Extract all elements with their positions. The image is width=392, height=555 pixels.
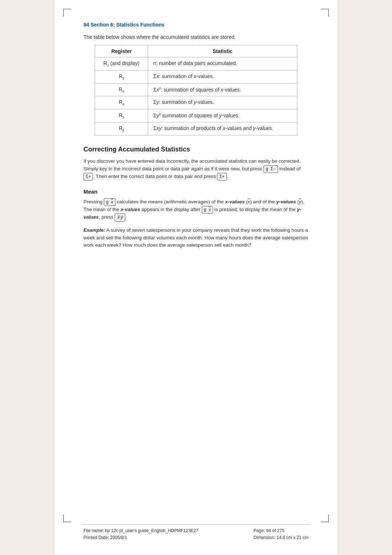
page-footer: File name: hp 12c pt_user's guide_Englis… [83, 524, 309, 541]
register-cell: R6 [95, 122, 148, 135]
key-sigma-plus: Σ+ [83, 173, 93, 181]
example-label: Example: [83, 227, 105, 233]
footer-filename: File name: hp 12c pt_user's guide_Englis… [83, 527, 198, 534]
register-cell: R2 [95, 70, 148, 83]
statistic-cell: Σxy: summation of products of x-values a… [148, 122, 297, 135]
statistic-cell: Σx: summation of x-values. [148, 70, 297, 83]
example-paragraph: Example: A survey of seven salespersons … [83, 227, 309, 250]
key-g-sigma-minus: g Σ− [264, 165, 278, 173]
table-row: R4 Σy: summation of y-values. [95, 96, 297, 109]
page: 94 Section 6: Statistics Functions The t… [54, 0, 338, 555]
col-register: Register [95, 45, 148, 57]
key-sigma-plus-2: Σ+ [217, 173, 226, 181]
corner-mark-tl [63, 9, 71, 17]
section-heading: 94 Section 6: Statistics Functions [83, 22, 309, 28]
key-xhaty: x̂·ŷ [115, 214, 125, 221]
register-cell: R4 [95, 96, 148, 109]
mean-title: Mean [83, 189, 309, 195]
footer-printed-date: Printed Date: 2005/8/1 [83, 534, 198, 541]
table-row: R6 Σxy: summation of products of x-value… [95, 122, 297, 135]
register-cell: R5 [95, 109, 148, 122]
mean-paragraph: Pressing g x calculates the means (arith… [83, 198, 309, 222]
corner-mark-br [321, 514, 329, 522]
key-g-xbar-2: g x [202, 206, 213, 214]
register-cell: R3 [95, 83, 148, 96]
footer-dimension: Dimension: 14.8 cm x 21 cm [254, 534, 309, 541]
statistics-table: Register Statistic R1 (and display) n: n… [95, 45, 297, 135]
statistic-cell: Σy2 summation of squares of y-values. [148, 109, 297, 122]
register-cell: R1 (and display) [95, 57, 148, 70]
table-row: R1 (and display) n: number of data pairs… [95, 57, 297, 70]
footer-page: Page: 94 of 275 [254, 527, 309, 534]
intro-text: The table below shows where the accumula… [83, 34, 309, 40]
statistic-cell: Σx2: summation of squares of x-values. [148, 83, 297, 96]
footer-left: File name: hp 12c pt_user's guide_Englis… [83, 527, 198, 541]
correcting-title: Correcting Accumulated Statistics [83, 146, 309, 153]
col-statistic: Statistic [148, 45, 297, 57]
footer-right: Page: 94 of 275 Dimension: 14.8 cm x 21 … [254, 527, 309, 541]
statistic-cell: Σy: summation of y-values. [148, 96, 297, 109]
key-g-xbar: g x [104, 198, 115, 206]
table-row: R5 Σy2 summation of squares of y-values. [95, 109, 297, 122]
corner-mark-bl [63, 514, 71, 522]
table-row: R3 Σx2: summation of squares of x-values… [95, 83, 297, 96]
table-row: R2 Σx: summation of x-values. [95, 70, 297, 83]
corner-mark-tr [321, 9, 329, 17]
statistic-cell: n: number of data pairs accumulated. [148, 57, 297, 70]
correcting-paragraph: If you discover you have entered data in… [83, 158, 309, 181]
